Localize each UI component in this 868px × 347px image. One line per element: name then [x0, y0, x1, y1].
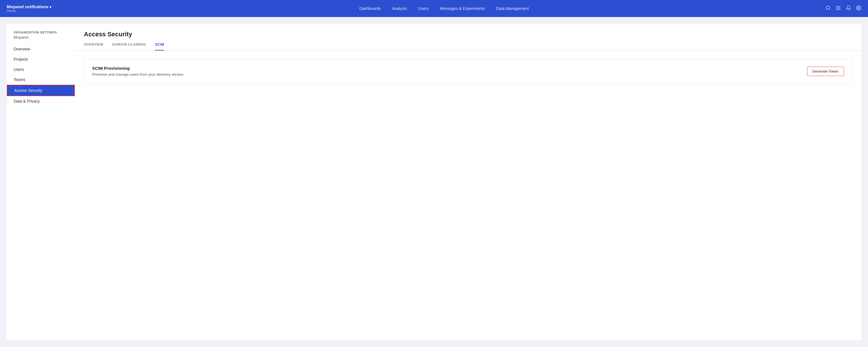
scim-card-info: SCIM Provisioning Provision and manage u…: [92, 66, 184, 76]
brand-logo[interactable]: Mixpanel notifications Owner: [7, 4, 51, 12]
brand-role: Owner: [7, 9, 51, 12]
topnav-action-icons: [826, 5, 861, 12]
scim-card-description: Provision and manage users from your dir…: [92, 72, 184, 76]
page-title: Access Security: [84, 31, 852, 38]
gear-icon[interactable]: [856, 5, 861, 12]
bell-icon[interactable]: [846, 5, 851, 12]
tab-overview[interactable]: OVERVIEW: [84, 42, 103, 51]
nav-users[interactable]: Users: [418, 6, 429, 11]
nav-analysis[interactable]: Analysis: [392, 6, 407, 11]
svg-rect-7: [839, 7, 840, 8]
nav-messages[interactable]: Messages & Experiments: [440, 6, 485, 11]
svg-rect-9: [838, 9, 839, 10]
search-icon[interactable]: [826, 5, 831, 12]
svg-point-11: [858, 7, 860, 8]
sidebar-section-label: ORGANIZATION SETTINGS: [7, 31, 75, 35]
tab-bar: OVERVIEW DOMAIN CLAIMING SCIM: [84, 42, 852, 51]
svg-rect-4: [839, 6, 840, 7]
sidebar-item-overview[interactable]: Overview: [7, 44, 75, 54]
svg-rect-6: [838, 7, 839, 8]
sidebar-item-projects[interactable]: Projects: [7, 54, 75, 64]
scim-card-title: SCIM Provisioning: [92, 66, 184, 71]
top-navigation: Mixpanel notifications Owner Dashboards …: [0, 0, 868, 17]
brand-dropdown-icon[interactable]: [50, 4, 51, 9]
sidebar-item-data-privacy[interactable]: Data & Privacy: [7, 96, 75, 106]
sidebar-item-access-security[interactable]: Access Security: [7, 85, 75, 96]
content-header: Access Security OVERVIEW DOMAIN CLAIMING…: [75, 24, 861, 51]
scim-provisioning-card: SCIM Provisioning Provision and manage u…: [84, 59, 852, 84]
sidebar-item-teams[interactable]: Teams: [7, 74, 75, 85]
content-body: SCIM Provisioning Provision and manage u…: [75, 51, 861, 92]
nav-links: Dashboards Analysis Users Messages & Exp…: [63, 6, 826, 11]
grid-icon[interactable]: [836, 5, 841, 12]
svg-rect-5: [836, 7, 837, 8]
sidebar-item-users[interactable]: Users: [7, 64, 75, 74]
content-area: Access Security OVERVIEW DOMAIN CLAIMING…: [75, 24, 861, 340]
brand-name: Mixpanel notifications: [7, 4, 51, 9]
sidebar: ORGANIZATION SETTINGS Mixpanel Overview …: [7, 24, 75, 340]
main-layout: ORGANIZATION SETTINGS Mixpanel Overview …: [0, 17, 868, 347]
tab-domain-claiming[interactable]: DOMAIN CLAIMING: [112, 42, 146, 51]
svg-rect-3: [838, 6, 839, 7]
nav-data-management[interactable]: Data Management: [496, 6, 529, 11]
svg-rect-10: [839, 9, 840, 10]
svg-point-0: [826, 6, 830, 9]
tab-scim[interactable]: SCIM: [155, 42, 164, 51]
svg-rect-8: [836, 9, 837, 10]
generate-token-button[interactable]: Generate Token: [807, 67, 844, 76]
sidebar-org-name: Mixpanel: [7, 35, 75, 44]
svg-line-1: [829, 9, 830, 10]
svg-rect-2: [836, 6, 837, 7]
nav-dashboards[interactable]: Dashboards: [359, 6, 381, 11]
